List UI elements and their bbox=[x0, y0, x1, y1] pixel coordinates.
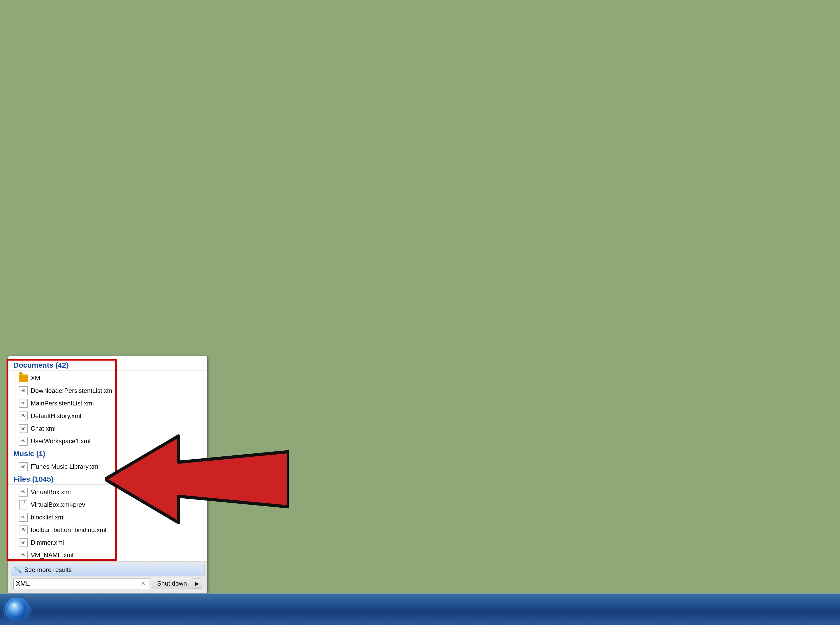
start-menu: Documents (42) XML 👁 DownloaderPersisten… bbox=[8, 356, 207, 594]
xml-file-icon: 👁 bbox=[19, 424, 28, 433]
search-clear-button[interactable]: ✕ bbox=[140, 580, 147, 587]
magnify-icon: 🔍 bbox=[14, 566, 22, 574]
xml-file-icon: 👁 bbox=[19, 525, 28, 535]
documents-list: XML 👁 DownloaderPersistentList.xml 👁 Mai… bbox=[8, 372, 207, 448]
list-item[interactable]: 👁 DownloaderPersistentList.xml bbox=[8, 384, 207, 397]
list-item[interactable]: 👁 toolbar_button_binding.xml bbox=[8, 524, 207, 536]
folder-icon bbox=[19, 373, 28, 383]
section-header-files: Files (1045) bbox=[8, 473, 207, 485]
item-label: UserWorkspace1.xml bbox=[31, 437, 90, 445]
list-item[interactable]: VirtualBox.xml-prev bbox=[8, 498, 207, 511]
list-item[interactable]: 👁 iTunes Music Library.xml bbox=[8, 460, 207, 473]
xml-file-icon: 👁 bbox=[19, 513, 28, 522]
list-item[interactable]: 👁 MainPersistentList.xml bbox=[8, 397, 207, 410]
item-label: Chat.xml bbox=[31, 425, 56, 432]
item-label: blocklist.xml bbox=[31, 514, 65, 521]
files-list: 👁 VirtualBox.xml VirtualBox.xml-prev 👁 b… bbox=[8, 486, 207, 561]
xml-file-icon: 👁 bbox=[19, 386, 28, 395]
item-label: MainPersistentList.xml bbox=[31, 400, 94, 407]
item-label: iTunes Music Library.xml bbox=[31, 463, 100, 470]
xml-file-icon: 👁 bbox=[19, 399, 28, 408]
menu-footer: 🔍 See more results ✕ Shut down ▶ bbox=[8, 561, 207, 593]
search-input[interactable] bbox=[16, 580, 140, 588]
taskbar bbox=[0, 594, 840, 625]
xml-file-icon: 👁 bbox=[19, 437, 28, 446]
section-header-music: Music (1) bbox=[8, 448, 207, 459]
section-header-documents: Documents (42) bbox=[8, 359, 207, 371]
xml-file-icon: 👁 bbox=[19, 411, 28, 421]
item-label: toolbar_button_binding.xml bbox=[31, 526, 106, 533]
see-more-label: See more results bbox=[24, 566, 71, 574]
item-label: DefaultHistory.xml bbox=[31, 412, 81, 420]
list-item[interactable]: 👁 UserWorkspace1.xml bbox=[8, 435, 207, 448]
list-item[interactable]: 👁 VirtualBox.xml bbox=[8, 486, 207, 498]
orb-shine bbox=[11, 602, 19, 607]
item-label: DownloaderPersistentList.xml bbox=[31, 387, 114, 395]
search-bar: ✕ Shut down ▶ bbox=[11, 576, 205, 591]
list-item[interactable]: 👁 Chat.xml bbox=[8, 422, 207, 435]
item-label: XML bbox=[31, 375, 43, 382]
list-item[interactable]: 👁 VM_NAME.xml bbox=[8, 549, 207, 561]
menu-content: Documents (42) XML 👁 DownloaderPersisten… bbox=[8, 356, 207, 561]
list-item[interactable]: 👁 DefaultHistory.xml bbox=[8, 410, 207, 422]
start-orb bbox=[4, 598, 30, 621]
item-label: VirtualBox.xml bbox=[31, 488, 71, 496]
shutdown-button[interactable]: Shut down bbox=[152, 578, 192, 589]
item-label: Dimmer.xml bbox=[31, 539, 64, 546]
shutdown-arrow-button[interactable]: ▶ bbox=[192, 578, 202, 589]
search-input-wrap: ✕ bbox=[13, 578, 149, 589]
see-more-results-button[interactable]: 🔍 See more results bbox=[11, 564, 205, 576]
item-label: VirtualBox.xml-prev bbox=[31, 501, 85, 508]
list-item[interactable]: 👁 Dimmer.xml bbox=[8, 536, 207, 549]
blank-doc-icon bbox=[19, 500, 28, 510]
list-item[interactable]: 👁 blocklist.xml bbox=[8, 511, 207, 524]
start-button[interactable] bbox=[3, 598, 31, 621]
list-item[interactable]: XML bbox=[8, 372, 207, 384]
orb-inner bbox=[8, 600, 26, 619]
music-list: 👁 iTunes Music Library.xml bbox=[8, 460, 207, 473]
xml-file-icon: 👁 bbox=[19, 487, 28, 497]
xml-file-icon: 👁 bbox=[19, 538, 28, 547]
xml-file-icon: 👁 bbox=[19, 462, 28, 471]
shutdown-wrap: Shut down ▶ bbox=[152, 578, 202, 589]
xml-file-icon: 👁 bbox=[19, 550, 28, 560]
item-label: VM_NAME.xml bbox=[31, 552, 73, 559]
